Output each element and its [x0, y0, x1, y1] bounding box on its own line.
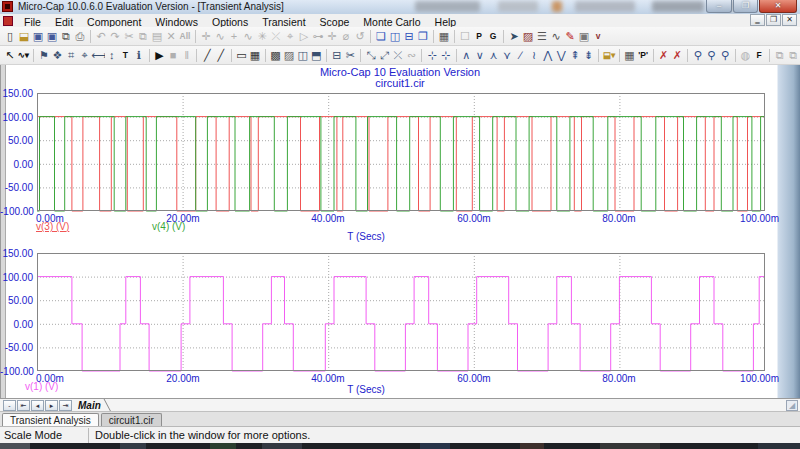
numeric-output-icon[interactable]: ☰ — [535, 29, 549, 44]
y-scale-icon[interactable]: ✗ — [670, 48, 684, 63]
windows-taskbar[interactable] — [0, 443, 800, 449]
tab-circuit1[interactable]: circuit1.cir — [101, 413, 162, 427]
data-points-icon[interactable]: ▩ — [269, 48, 283, 63]
vertical-tag-icon[interactable]: ↕ — [105, 48, 119, 63]
horizontal-axis-icon[interactable]: ⊟ — [330, 48, 344, 63]
split-horizontal-icon[interactable]: ⬒ — [309, 48, 323, 63]
waveform-icon[interactable]: ∿ — [549, 29, 563, 44]
wave-icon[interactable]: ∿ — [213, 29, 227, 44]
valley-icon[interactable]: ∨ — [473, 48, 487, 63]
next-page-button[interactable]: ▸ — [45, 400, 58, 411]
go-to-branch-icon[interactable]: ⬓▾ — [602, 48, 616, 63]
cross-icon[interactable]: ⤫ — [269, 29, 283, 44]
stop-icon[interactable]: ■ — [166, 48, 180, 63]
tab-transient-analysis[interactable]: Transient Analysis — [2, 413, 99, 427]
copy-graph-icon[interactable]: ⧉ — [773, 48, 787, 63]
calculator-icon[interactable]: ▦ — [437, 29, 451, 44]
pause-icon[interactable]: ‖ — [180, 48, 194, 63]
step-wave-icon[interactable]: ∿ — [241, 29, 255, 44]
mdi-close-button[interactable]: ✕ — [782, 14, 797, 26]
rectangle-icon[interactable]: ▭ — [235, 48, 249, 63]
horizontal-cursor-icon[interactable]: ⊹ — [425, 48, 439, 63]
x-scale-icon[interactable]: ✗ — [657, 48, 671, 63]
paste-icon[interactable]: ▤ — [150, 29, 164, 44]
cascade-windows-icon[interactable]: ❏ — [374, 29, 388, 44]
line-icon[interactable]: ╱ — [200, 48, 214, 63]
high-icon[interactable]: ⋏ — [487, 48, 501, 63]
text-mode-icon[interactable]: T — [119, 48, 133, 63]
delete-icon[interactable]: ✕ — [164, 29, 178, 44]
previous-simulation-icon[interactable]: ⤢ — [378, 48, 392, 63]
run-icon[interactable]: ▶ — [153, 48, 167, 63]
mdi-minimize-button[interactable]: ‗ — [750, 14, 765, 26]
slope-icon[interactable]: ∕ — [514, 48, 528, 63]
graphics-dropdown-icon[interactable]: ∿▾ — [17, 48, 31, 63]
data-grid-icon[interactable]: ▦ — [623, 48, 637, 63]
polyline-icon[interactable]: ╱ — [214, 48, 228, 63]
new-icon[interactable]: ▯ — [3, 29, 17, 44]
cut-icon[interactable]: ✂ — [122, 29, 136, 44]
grid-icon[interactable]: ▦ — [248, 48, 262, 63]
select-all-icon[interactable]: All — [178, 29, 192, 44]
resize-grip[interactable]: ◢ — [786, 400, 798, 411]
previous-page-button[interactable]: ◂ — [31, 400, 44, 411]
fourier-icon[interactable]: F — [752, 48, 766, 63]
move-icon[interactable]: ✛ — [199, 29, 213, 44]
tile-vertical-icon[interactable]: ◫ — [388, 29, 402, 44]
bottom-icon[interactable]: ⇟ — [582, 48, 596, 63]
tab-menu-button[interactable]: - — [3, 400, 16, 411]
refresh-icon[interactable]: ↺ — [353, 29, 367, 44]
point-tag-icon[interactable]: ➤ — [507, 29, 521, 44]
copy-page-icon[interactable]: ⧉ — [786, 48, 800, 63]
p-key-icon[interactable]: P — [472, 29, 486, 44]
close-button[interactable]: ✕ — [759, 0, 797, 13]
trim-icon[interactable]: ✂ — [344, 48, 358, 63]
horizontal-tag-icon[interactable]: ⟷ — [91, 48, 105, 63]
globe-icon[interactable]: ◍ — [739, 48, 753, 63]
picture-icon[interactable]: ▣ — [577, 29, 591, 44]
low-icon[interactable]: ⋎ — [500, 48, 514, 63]
global-low-icon[interactable]: ⋁ — [555, 48, 569, 63]
checkbox-icon[interactable]: ☐ — [458, 29, 472, 44]
point-tag-mode-icon[interactable]: ⌖ — [78, 48, 92, 63]
zoom-in-icon[interactable]: ⚲ — [691, 48, 705, 63]
g-key-icon[interactable]: G — [486, 29, 500, 44]
probe-pencil-icon[interactable]: ✎ — [563, 29, 577, 44]
play-small-icon[interactable]: ▷ — [297, 29, 311, 44]
next-simulation-icon[interactable]: ⤡ — [364, 48, 378, 63]
inflection-icon[interactable]: ≀ — [527, 48, 541, 63]
performance-tag-icon[interactable]: 'P' — [636, 48, 650, 63]
save-all-icon[interactable]: ▣ — [45, 29, 59, 44]
mirror-icon[interactable]: ✳ — [255, 29, 269, 44]
top-icon[interactable]: ⇞ — [568, 48, 582, 63]
link-icon[interactable]: ∾ — [405, 48, 419, 63]
plus-icon[interactable]: ✛ — [325, 29, 339, 44]
info-mode-icon[interactable]: ℹ — [132, 48, 146, 63]
plot-area-2[interactable] — [37, 253, 765, 371]
copy-icon[interactable]: ⧉ — [136, 29, 150, 44]
first-page-button[interactable]: ⇤ — [17, 400, 30, 411]
legend-v3[interactable]: v(3) (V) — [36, 221, 69, 232]
global-high-icon[interactable]: ⋀ — [541, 48, 555, 63]
exclude-icon[interactable]: ⤫ — [391, 48, 405, 63]
watch-icon[interactable]: v — [591, 29, 605, 44]
print-preview-icon[interactable]: ⧉ — [59, 29, 73, 44]
vertical-cursor-icon[interactable]: ⊹ — [439, 48, 453, 63]
split-vertical-icon[interactable]: ◫ — [296, 48, 310, 63]
overlap-windows-icon[interactable]: ❐ — [416, 29, 430, 44]
print-icon[interactable]: ⎙ — [73, 29, 87, 44]
tile-horizontal-icon[interactable]: ⊟ — [402, 29, 416, 44]
legend-v4[interactable]: v(4) (V) — [152, 221, 185, 232]
node-icon[interactable]: ⊶ — [311, 29, 325, 44]
zoom-area-icon[interactable]: ⚲ — [718, 48, 732, 63]
zoom-out-icon[interactable]: ⚲ — [705, 48, 719, 63]
flag-mode-icon[interactable]: ⚑ — [37, 48, 51, 63]
select-arrow-icon[interactable]: ↖ — [3, 48, 17, 63]
tab-main[interactable]: Main — [78, 400, 101, 411]
target-icon[interactable]: ⌖ — [283, 29, 297, 44]
redo-icon[interactable]: ↷ — [108, 29, 122, 44]
image-icon[interactable]: ▨ — [521, 29, 535, 44]
tokens-icon[interactable]: ▨ — [282, 48, 296, 63]
last-page-button[interactable]: ⇥ — [59, 400, 72, 411]
scale-mode-icon[interactable]: ❖ — [51, 48, 65, 63]
